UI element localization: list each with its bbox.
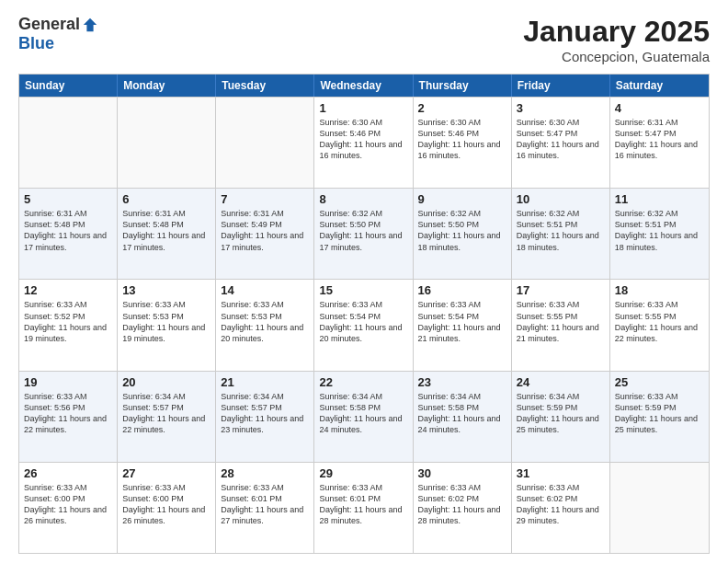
day-number: 24 [517, 375, 605, 389]
day-info: Sunrise: 6:33 AM Sunset: 5:55 PM Dayligh… [615, 299, 704, 344]
calendar-cell: 17Sunrise: 6:33 AM Sunset: 5:55 PM Dayli… [512, 280, 610, 370]
logo-general-text: General [18, 15, 80, 34]
day-info: Sunrise: 6:33 AM Sunset: 5:53 PM Dayligh… [221, 299, 309, 344]
calendar-cell: 31Sunrise: 6:33 AM Sunset: 6:02 PM Dayli… [512, 463, 610, 553]
day-info: Sunrise: 6:30 AM Sunset: 5:46 PM Dayligh… [418, 117, 506, 162]
logo-icon [82, 17, 98, 33]
day-info: Sunrise: 6:31 AM Sunset: 5:49 PM Dayligh… [221, 208, 309, 253]
calendar-cell: 9Sunrise: 6:32 AM Sunset: 5:50 PM Daylig… [414, 189, 512, 279]
day-number: 30 [418, 466, 506, 480]
day-number: 22 [319, 375, 407, 389]
weekday-header-wednesday: Wednesday [314, 75, 413, 97]
weekday-header-monday: Monday [118, 75, 216, 97]
day-info: Sunrise: 6:33 AM Sunset: 5:53 PM Dayligh… [122, 299, 210, 344]
page: General Blue January 2025 Concepcion, Gu… [0, 0, 728, 563]
day-info: Sunrise: 6:32 AM Sunset: 5:50 PM Dayligh… [319, 208, 407, 253]
day-info: Sunrise: 6:33 AM Sunset: 6:02 PM Dayligh… [517, 482, 605, 527]
day-number: 19 [24, 375, 112, 389]
calendar-cell: 29Sunrise: 6:33 AM Sunset: 6:01 PM Dayli… [314, 463, 413, 553]
day-number: 3 [517, 101, 605, 115]
calendar-header-row: SundayMondayTuesdayWednesdayThursdayFrid… [19, 75, 709, 97]
day-info: Sunrise: 6:32 AM Sunset: 5:51 PM Dayligh… [517, 208, 605, 253]
day-number: 25 [615, 375, 704, 389]
day-number: 6 [122, 192, 210, 206]
day-info: Sunrise: 6:34 AM Sunset: 5:57 PM Dayligh… [122, 391, 210, 436]
calendar-row-2: 5Sunrise: 6:31 AM Sunset: 5:48 PM Daylig… [19, 188, 709, 279]
calendar-row-5: 26Sunrise: 6:33 AM Sunset: 6:00 PM Dayli… [19, 462, 709, 553]
calendar-cell: 11Sunrise: 6:32 AM Sunset: 5:51 PM Dayli… [610, 189, 709, 279]
calendar-subtitle: Concepcion, Guatemala [523, 49, 710, 64]
calendar-cell: 4Sunrise: 6:31 AM Sunset: 5:47 PM Daylig… [610, 98, 709, 188]
calendar-cell: 23Sunrise: 6:34 AM Sunset: 5:58 PM Dayli… [414, 372, 512, 462]
calendar-cell [118, 98, 216, 188]
calendar-cell: 18Sunrise: 6:33 AM Sunset: 5:55 PM Dayli… [610, 280, 709, 370]
calendar-cell: 16Sunrise: 6:33 AM Sunset: 5:54 PM Dayli… [414, 280, 512, 370]
day-number: 27 [122, 466, 210, 480]
calendar-cell: 24Sunrise: 6:34 AM Sunset: 5:59 PM Dayli… [512, 372, 610, 462]
day-number: 23 [418, 375, 506, 389]
day-info: Sunrise: 6:33 AM Sunset: 6:01 PM Dayligh… [319, 482, 407, 527]
day-info: Sunrise: 6:34 AM Sunset: 5:58 PM Dayligh… [418, 391, 506, 436]
calendar-cell: 8Sunrise: 6:32 AM Sunset: 5:50 PM Daylig… [314, 189, 413, 279]
day-number: 16 [418, 283, 506, 297]
day-number: 9 [418, 192, 506, 206]
calendar-body: 1Sunrise: 6:30 AM Sunset: 5:46 PM Daylig… [19, 97, 709, 553]
day-number: 11 [615, 192, 704, 206]
header: General Blue January 2025 Concepcion, Gu… [18, 15, 710, 64]
day-info: Sunrise: 6:34 AM Sunset: 5:58 PM Dayligh… [319, 391, 407, 436]
logo: General Blue [18, 15, 98, 53]
day-info: Sunrise: 6:33 AM Sunset: 6:01 PM Dayligh… [221, 482, 309, 527]
calendar-title: January 2025 [523, 15, 710, 49]
day-info: Sunrise: 6:33 AM Sunset: 6:02 PM Dayligh… [418, 482, 506, 527]
calendar-cell: 10Sunrise: 6:32 AM Sunset: 5:51 PM Dayli… [512, 189, 610, 279]
day-number: 17 [517, 283, 605, 297]
day-info: Sunrise: 6:33 AM Sunset: 5:59 PM Dayligh… [615, 391, 704, 436]
day-number: 31 [517, 466, 605, 480]
weekday-header-sunday: Sunday [19, 75, 118, 97]
day-number: 2 [418, 101, 506, 115]
day-number: 14 [221, 283, 309, 297]
calendar-cell: 26Sunrise: 6:33 AM Sunset: 6:00 PM Dayli… [19, 463, 118, 553]
calendar-cell [216, 98, 314, 188]
calendar-cell: 6Sunrise: 6:31 AM Sunset: 5:48 PM Daylig… [118, 189, 216, 279]
calendar-cell: 14Sunrise: 6:33 AM Sunset: 5:53 PM Dayli… [216, 280, 314, 370]
day-info: Sunrise: 6:31 AM Sunset: 5:47 PM Dayligh… [615, 117, 704, 162]
day-info: Sunrise: 6:33 AM Sunset: 5:56 PM Dayligh… [24, 391, 112, 436]
svg-marker-0 [84, 17, 97, 30]
calendar-row-3: 12Sunrise: 6:33 AM Sunset: 5:52 PM Dayli… [19, 279, 709, 370]
calendar-cell: 1Sunrise: 6:30 AM Sunset: 5:46 PM Daylig… [314, 98, 413, 188]
calendar-cell [610, 463, 709, 553]
day-number: 1 [319, 101, 407, 115]
day-number: 15 [319, 283, 407, 297]
calendar-cell: 22Sunrise: 6:34 AM Sunset: 5:58 PM Dayli… [314, 372, 413, 462]
day-number: 10 [517, 192, 605, 206]
day-number: 29 [319, 466, 407, 480]
day-number: 26 [24, 466, 112, 480]
calendar-row-4: 19Sunrise: 6:33 AM Sunset: 5:56 PM Dayli… [19, 371, 709, 462]
day-info: Sunrise: 6:34 AM Sunset: 5:59 PM Dayligh… [517, 391, 605, 436]
day-number: 18 [615, 283, 704, 297]
day-info: Sunrise: 6:33 AM Sunset: 6:00 PM Dayligh… [24, 482, 112, 527]
day-info: Sunrise: 6:32 AM Sunset: 5:51 PM Dayligh… [615, 208, 704, 253]
calendar-cell: 2Sunrise: 6:30 AM Sunset: 5:46 PM Daylig… [414, 98, 512, 188]
day-number: 20 [122, 375, 210, 389]
calendar: SundayMondayTuesdayWednesdayThursdayFrid… [18, 74, 710, 554]
day-info: Sunrise: 6:33 AM Sunset: 6:00 PM Dayligh… [122, 482, 210, 527]
weekday-header-friday: Friday [512, 75, 610, 97]
weekday-header-thursday: Thursday [414, 75, 512, 97]
day-info: Sunrise: 6:31 AM Sunset: 5:48 PM Dayligh… [122, 208, 210, 253]
calendar-cell: 12Sunrise: 6:33 AM Sunset: 5:52 PM Dayli… [19, 280, 118, 370]
day-number: 4 [615, 101, 704, 115]
day-info: Sunrise: 6:30 AM Sunset: 5:46 PM Dayligh… [319, 117, 407, 162]
day-number: 7 [221, 192, 309, 206]
day-info: Sunrise: 6:30 AM Sunset: 5:47 PM Dayligh… [517, 117, 605, 162]
day-info: Sunrise: 6:33 AM Sunset: 5:54 PM Dayligh… [319, 299, 407, 344]
day-info: Sunrise: 6:33 AM Sunset: 5:52 PM Dayligh… [24, 299, 112, 344]
logo-blue-text: Blue [18, 34, 54, 53]
day-info: Sunrise: 6:34 AM Sunset: 5:57 PM Dayligh… [221, 391, 309, 436]
calendar-cell: 7Sunrise: 6:31 AM Sunset: 5:49 PM Daylig… [216, 189, 314, 279]
calendar-cell: 19Sunrise: 6:33 AM Sunset: 5:56 PM Dayli… [19, 372, 118, 462]
calendar-cell: 21Sunrise: 6:34 AM Sunset: 5:57 PM Dayli… [216, 372, 314, 462]
calendar-cell: 15Sunrise: 6:33 AM Sunset: 5:54 PM Dayli… [314, 280, 413, 370]
calendar-cell: 3Sunrise: 6:30 AM Sunset: 5:47 PM Daylig… [512, 98, 610, 188]
